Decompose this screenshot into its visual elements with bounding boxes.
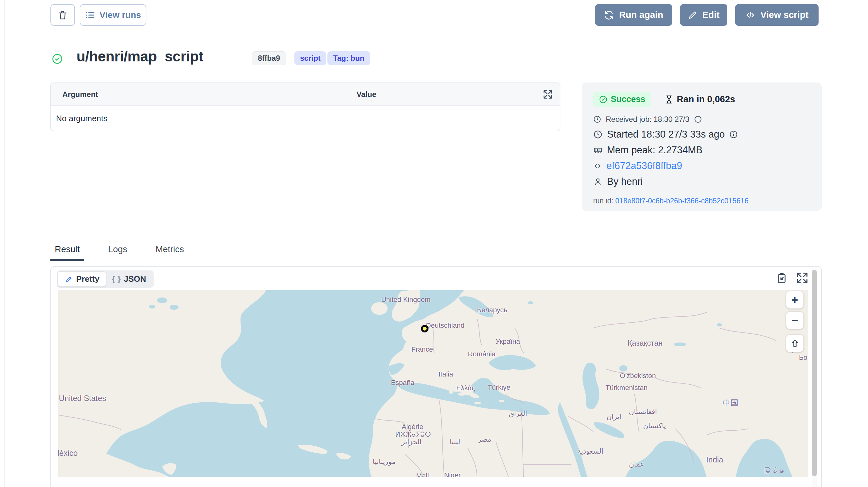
no-arguments-text: No arguments — [56, 114, 107, 123]
map-label: Türkiye — [488, 384, 510, 392]
user-icon — [593, 177, 602, 186]
trash-icon — [57, 10, 68, 21]
map-label: ايران — [607, 413, 621, 421]
edit-label: Edit — [703, 10, 720, 20]
view-script-label: View script — [760, 10, 808, 20]
map-label: Türkmenistan — [606, 384, 647, 392]
map-label: موريتانيا — [373, 458, 396, 466]
list-icon — [85, 10, 95, 20]
json-label: JSON — [124, 274, 146, 284]
map-label: افغانستان — [629, 408, 657, 416]
success-check-icon — [51, 53, 63, 65]
memory-icon — [593, 146, 602, 155]
map-label: Mali — [416, 472, 429, 477]
view-runs-label: View runs — [99, 10, 141, 20]
result-tabs: Result Logs Metrics — [50, 242, 822, 261]
result-view-toggle: Pretty { } JSON — [57, 270, 154, 288]
edit-button[interactable]: Edit — [680, 4, 727, 26]
map-label: Niger — [444, 471, 461, 477]
map-canvas[interactable]: United KingdomБеларусьDeutschlandУкраїна… — [58, 290, 808, 477]
ran-in-label: Ran in 0,062s — [677, 94, 735, 104]
args-table: Argument Value No arguments — [50, 83, 560, 131]
pretty-toggle[interactable]: Pretty — [58, 272, 106, 286]
expand-icon — [796, 272, 808, 284]
args-table-header: Argument Value — [51, 83, 560, 106]
map-label: Ьо — [799, 354, 808, 362]
expand-args-button[interactable] — [543, 89, 553, 99]
map-label: España — [391, 379, 415, 387]
code-icon — [745, 10, 755, 20]
map-label: United States — [59, 394, 106, 403]
script-hash-link[interactable]: ef672a536f8ffba9 — [607, 160, 682, 172]
map-label: Қазақстан — [627, 339, 662, 347]
job-run-page: View runs Run again Edit View script u/h… — [0, 0, 868, 487]
map-label: عمان — [629, 460, 645, 468]
copy-result-button[interactable] — [775, 272, 788, 286]
kind-badge: script — [294, 51, 326, 65]
map-label: Deutschland — [426, 322, 464, 330]
tag-badge: Tag: bun — [328, 51, 370, 65]
check-circle-icon — [599, 95, 608, 104]
map-label: Беларусь — [477, 306, 507, 314]
pencil-icon — [688, 10, 698, 20]
map-label: Ελλάς — [456, 384, 475, 392]
arrow-up-icon — [790, 338, 800, 348]
map-controls: + − — [786, 291, 803, 352]
reset-bearing-button[interactable] — [786, 335, 803, 352]
map-label: السعودية — [578, 447, 603, 456]
status-label: Success — [611, 94, 645, 104]
argument-column-header: Argument — [62, 90, 98, 99]
status-badge: Success — [593, 92, 651, 107]
tab-result[interactable]: Result — [50, 242, 84, 261]
map-marker — [421, 325, 429, 332]
clock-icon — [593, 115, 601, 123]
page-left-divider — [4, 0, 5, 487]
expand-result-button[interactable] — [796, 272, 808, 286]
map-label: United Kingdom — [381, 296, 431, 304]
view-runs-button[interactable]: View runs — [80, 4, 146, 26]
run-id-link[interactable]: 018e80f7-0c6b-b26b-f366-c8b52c015616 — [615, 197, 748, 205]
map-label: India — [706, 455, 723, 464]
pretty-label: Pretty — [76, 274, 99, 284]
map-label: México — [58, 449, 78, 458]
map-label: France — [411, 345, 433, 354]
tab-logs[interactable]: Logs — [103, 242, 132, 261]
clipboard-copy-icon — [775, 272, 788, 285]
mem-peak-text: Mem peak: 2.2734MB — [607, 145, 703, 156]
ran-in-text: Ran in 0,062s — [664, 94, 735, 104]
run-info-panel: Success Ran in 0,062s Received job: 18:3… — [582, 83, 822, 211]
run-again-button[interactable]: Run again — [595, 4, 672, 26]
json-toggle[interactable]: { } JSON — [106, 272, 152, 286]
run-id-label: run id: — [593, 197, 613, 205]
map-label: ⵍⵣⵣⴰⵢⴻⵔ — [395, 430, 431, 438]
delete-run-button[interactable] — [50, 4, 75, 26]
result-scrollbar-thumb[interactable] — [812, 270, 817, 476]
map-labels-layer: United KingdomБеларусьDeutschlandУкраїна… — [58, 290, 808, 477]
received-job-text: Received job: 18:30 27/3 — [606, 115, 689, 124]
map-label: မြန်မာ — [763, 467, 784, 475]
map-label: Algérie — [402, 423, 423, 431]
no-arguments-row: No arguments — [51, 106, 560, 131]
code-icon — [593, 161, 602, 170]
map-label: ليبيا — [450, 438, 460, 446]
map-label: Italia — [439, 370, 453, 378]
zoom-out-button[interactable]: − — [786, 312, 803, 329]
info-icon[interactable] — [729, 130, 738, 139]
map-label: România — [468, 350, 496, 358]
by-user-text: By henri — [607, 176, 643, 187]
map-label: O'zbekiston — [620, 372, 656, 380]
result-scrollbar — [812, 268, 817, 487]
zoom-in-button[interactable]: + — [786, 291, 803, 308]
run-id-row: run id: 018e80f7-0c6b-b26b-f366-c8b52c01… — [593, 197, 810, 205]
version-badge: 8ffba9 — [252, 51, 286, 65]
map-label: Україна — [496, 337, 520, 346]
view-script-button[interactable]: View script — [735, 4, 818, 26]
tab-metrics[interactable]: Metrics — [151, 242, 188, 261]
highlighter-icon — [64, 275, 73, 284]
map-label: 中国 — [722, 398, 738, 408]
map-label: پاکستان — [643, 422, 666, 430]
run-again-label: Run again — [619, 10, 663, 20]
info-icon[interactable] — [694, 115, 702, 123]
page-title: u/henri/map_script — [76, 48, 204, 65]
braces-icon: { } — [112, 274, 121, 284]
